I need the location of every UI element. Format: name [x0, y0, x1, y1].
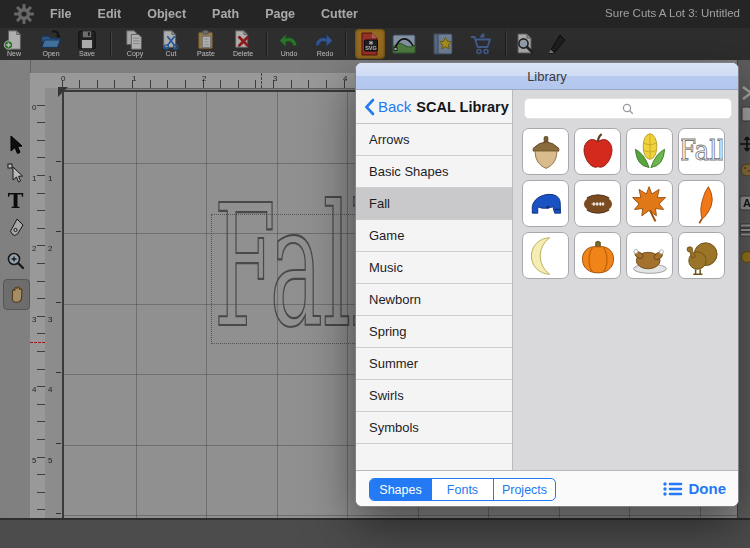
- undo-arrow-icon: [278, 29, 300, 51]
- shape-tile-turkey-dinner[interactable]: [626, 232, 673, 279]
- store-cart-icon: [468, 31, 494, 57]
- shape-tile-turkey[interactable]: [678, 232, 725, 279]
- menu-object[interactable]: Object: [147, 7, 186, 21]
- back-button[interactable]: Back SCAL Library: [356, 90, 512, 124]
- search-input[interactable]: [524, 98, 732, 119]
- copy-button[interactable]: Copy: [122, 29, 148, 59]
- font-a-icon[interactable]: A: [740, 195, 750, 211]
- pumpkin-icon: [577, 235, 619, 277]
- copy-icon: [124, 29, 146, 51]
- list-icon: [663, 481, 683, 497]
- category-summer[interactable]: Summer: [356, 348, 512, 380]
- blade-button[interactable]: [543, 29, 570, 59]
- layers-icon[interactable]: [740, 222, 750, 238]
- popover-title-bar: Library: [356, 63, 738, 90]
- shape-tile-leaf[interactable]: [678, 180, 725, 227]
- mat-number: 3: [48, 315, 52, 324]
- preview-button[interactable]: [511, 29, 538, 59]
- open-folder-icon: [40, 29, 62, 51]
- crescent-moon-icon: [525, 235, 567, 277]
- svg-import-button[interactable]: SVG: [355, 29, 385, 59]
- menu-cutter[interactable]: Cutter: [321, 7, 358, 21]
- category-fall[interactable]: Fall: [356, 188, 512, 220]
- toolbar-separator: [266, 31, 268, 56]
- open-label: Open: [38, 50, 64, 57]
- gear-icon[interactable]: [12, 2, 36, 26]
- v-ruler-number: 1: [32, 174, 36, 183]
- popover-footer: Shapes Fonts Projects Done: [356, 470, 738, 506]
- zoom-tool[interactable]: [3, 247, 28, 273]
- done-label: Done: [689, 480, 727, 497]
- draw-tool[interactable]: [3, 215, 28, 241]
- category-spring[interactable]: Spring: [356, 316, 512, 348]
- shape-tile-pumpkin[interactable]: [574, 232, 621, 279]
- selection-bounding-box[interactable]: Fall: [211, 214, 365, 344]
- chevron-left-icon: [364, 98, 375, 116]
- shape-tile-corn[interactable]: [626, 128, 673, 175]
- shape-tile-football[interactable]: [574, 180, 621, 227]
- tools-palette: T: [1, 60, 31, 518]
- category-arrows[interactable]: Arrows: [356, 124, 512, 156]
- selection-tool[interactable]: [3, 132, 28, 158]
- cookie-palette-icon[interactable]: [740, 163, 750, 177]
- new-document-icon: [3, 29, 25, 51]
- open-button[interactable]: Open: [38, 29, 64, 59]
- shape-tile-apple[interactable]: [574, 128, 621, 175]
- v-ruler-number: 3: [32, 315, 36, 324]
- paste-clipboard-icon: [195, 29, 217, 51]
- save-floppy-icon: [76, 29, 98, 51]
- tab-projects[interactable]: Projects: [494, 479, 555, 500]
- delete-button[interactable]: Delete: [230, 29, 256, 59]
- redo-button[interactable]: Redo: [312, 29, 338, 59]
- undo-button[interactable]: Undo: [276, 29, 302, 59]
- new-label: New: [1, 50, 27, 57]
- category-music[interactable]: Music: [356, 252, 512, 284]
- menu-page[interactable]: Page: [265, 7, 295, 21]
- library-button[interactable]: [428, 29, 458, 59]
- svg-text:Fall: Fall: [681, 135, 723, 166]
- type-tool[interactable]: T: [3, 187, 28, 213]
- v-ruler-number: 2: [32, 244, 36, 253]
- redo-arrow-icon: [314, 29, 336, 51]
- category-game[interactable]: Game: [356, 220, 512, 252]
- bottom-scroll-area[interactable]: [0, 518, 750, 548]
- category-symbols[interactable]: Symbols: [356, 412, 512, 444]
- h-ruler-number: 0: [61, 74, 65, 83]
- tab-fonts[interactable]: Fonts: [432, 479, 494, 500]
- v-ruler-number: 5: [32, 456, 36, 465]
- category-basic-shapes[interactable]: Basic Shapes: [356, 156, 512, 188]
- direct-selection-tool[interactable]: [3, 160, 28, 186]
- new-button[interactable]: New: [1, 29, 27, 59]
- menu-edit[interactable]: Edit: [98, 7, 122, 21]
- trace-image-button[interactable]: [389, 29, 419, 59]
- menu-path[interactable]: Path: [212, 7, 239, 21]
- cut-scissors-icon: [160, 29, 182, 51]
- ruler-cursor-x: [261, 73, 262, 88]
- done-button[interactable]: Done: [663, 478, 727, 499]
- h-ruler-number: 3: [273, 74, 277, 83]
- toolbar-separator: [505, 31, 507, 56]
- copy-label: Copy: [122, 50, 148, 57]
- store-button[interactable]: [466, 29, 496, 59]
- shape-tile-fall-phrase[interactable]: Fall: [678, 128, 725, 175]
- paste-button[interactable]: Paste: [193, 29, 219, 59]
- shape-tile-crescent-moon[interactable]: [522, 232, 569, 279]
- cut-button[interactable]: Cut: [158, 29, 184, 59]
- shape-tile-acorn[interactable]: [522, 128, 569, 175]
- toolbar-separator: [110, 31, 112, 56]
- pan-tool[interactable]: [3, 279, 30, 310]
- tab-shapes[interactable]: Shapes: [370, 479, 432, 500]
- menu-file[interactable]: File: [50, 7, 72, 21]
- shape-tile-football-helmet[interactable]: [522, 180, 569, 227]
- save-button[interactable]: Save: [74, 29, 100, 59]
- color-dot-icon[interactable]: [740, 250, 750, 264]
- move-arrows-icon[interactable]: [740, 136, 750, 152]
- category-swirls[interactable]: Swirls: [356, 380, 512, 412]
- svg-import-icon: SVG: [357, 31, 383, 57]
- document-icon[interactable]: [740, 106, 750, 122]
- v-ruler-number: 4: [32, 385, 36, 394]
- shape-tile-maple-leaf[interactable]: [626, 180, 673, 227]
- category-newborn[interactable]: Newborn: [356, 284, 512, 316]
- chevron-right-icon[interactable]: [740, 85, 750, 101]
- apple-icon: [577, 131, 619, 173]
